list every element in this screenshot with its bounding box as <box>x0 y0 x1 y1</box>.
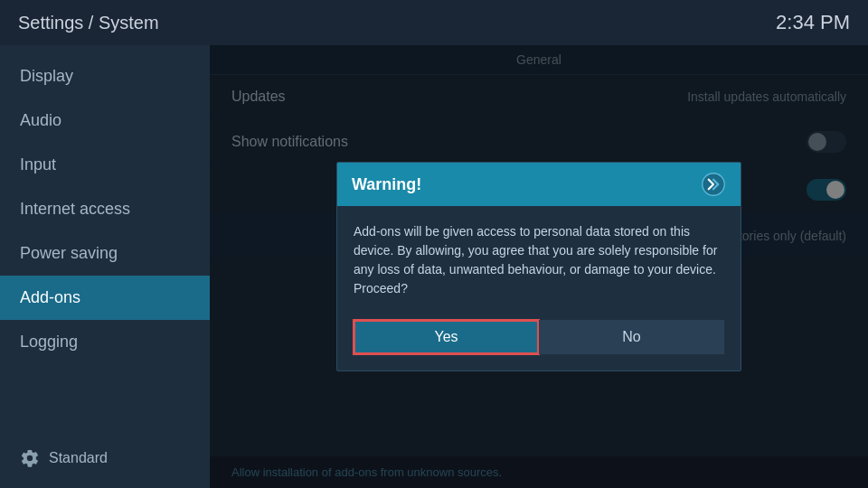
sidebar: Display Audio Input Internet access Powe… <box>0 45 210 488</box>
sidebar-item-display[interactable]: Display <box>0 54 210 99</box>
sidebar-item-power-saving[interactable]: Power saving <box>0 231 210 276</box>
sidebar-label-add-ons: Add-ons <box>20 288 80 307</box>
dialog-title: Warning! <box>352 175 421 194</box>
sidebar-label-input: Input <box>20 155 56 174</box>
header: Settings / System 2:34 PM <box>0 0 868 45</box>
sidebar-label-power-saving: Power saving <box>20 244 118 263</box>
profile-label: Standard <box>49 450 108 466</box>
sidebar-label-logging: Logging <box>20 333 78 352</box>
dialog-header: Warning! <box>337 163 741 206</box>
sidebar-item-internet-access[interactable]: Internet access <box>0 187 210 231</box>
content-area: General Updates Install updates automati… <box>210 45 868 488</box>
main-layout: Display Audio Input Internet access Powe… <box>0 45 868 488</box>
warning-dialog: Warning! Add-ons will be given access to… <box>336 162 741 371</box>
dialog-buttons: Yes No <box>337 313 741 371</box>
dialog-body: Add-ons will be given access to personal… <box>337 206 741 313</box>
sidebar-label-display: Display <box>20 67 73 86</box>
sidebar-item-logging[interactable]: Logging <box>0 320 210 364</box>
page-title: Settings / System <box>18 13 159 33</box>
dialog-overlay: Warning! Add-ons will be given access to… <box>210 45 868 488</box>
sidebar-bottom: Standard <box>0 437 210 479</box>
dialog-yes-button[interactable]: Yes <box>354 320 539 354</box>
gear-icon <box>20 448 40 468</box>
dialog-no-button[interactable]: No <box>539 320 724 354</box>
kodi-icon <box>701 172 726 197</box>
sidebar-label-internet-access: Internet access <box>20 200 130 219</box>
sidebar-item-add-ons[interactable]: Add-ons <box>0 276 210 320</box>
sidebar-item-input[interactable]: Input <box>0 143 210 187</box>
clock: 2:34 PM <box>776 11 850 34</box>
sidebar-item-audio[interactable]: Audio <box>0 99 210 143</box>
sidebar-label-audio: Audio <box>20 111 61 130</box>
